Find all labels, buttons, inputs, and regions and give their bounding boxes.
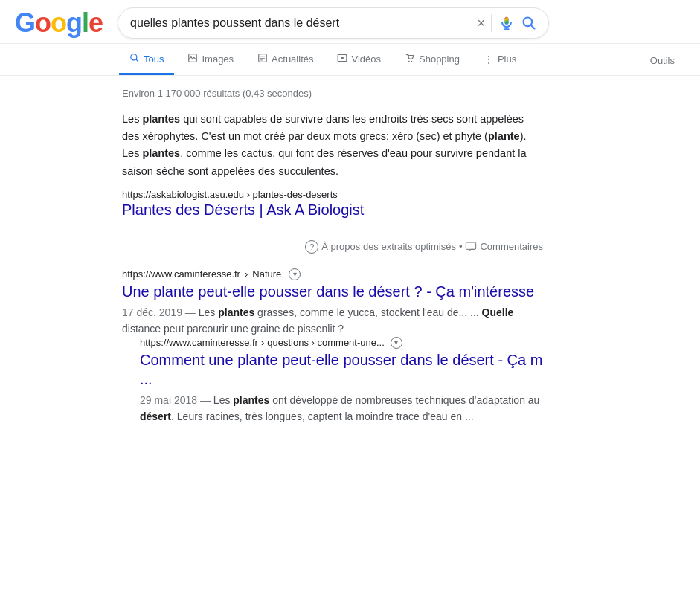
shopping-nav-icon: [405, 53, 415, 65]
sub-result-item-1a: https://www.caminteresse.fr › questions …: [140, 337, 543, 425]
comments-section[interactable]: Commentaires: [465, 241, 543, 253]
svg-rect-13: [259, 54, 267, 62]
nav-label-plus: Plus: [498, 54, 516, 65]
svg-point-19: [408, 61, 410, 62]
svg-line-10: [136, 59, 138, 62]
result-title-link-1[interactable]: Une plante peut-elle pousser dans le dés…: [122, 283, 534, 300]
nav-item-actualites[interactable]: Actualités: [247, 44, 324, 75]
nav-item-shopping[interactable]: Shopping: [394, 44, 470, 75]
logo-text: Google: [15, 10, 103, 36]
nav-label-actualites: Actualités: [272, 54, 313, 65]
nav-item-plus[interactable]: ⋮ Plus: [473, 45, 527, 75]
nav-item-images[interactable]: Images: [177, 44, 244, 75]
tools-button[interactable]: Outils: [640, 46, 685, 74]
search-button[interactable]: [521, 16, 536, 30]
snippet-footer-info: ? À propos des extraits optimisés • Comm…: [305, 240, 543, 254]
sub-result-title-link-1a[interactable]: Comment une plante peut-elle pousser dan…: [140, 352, 542, 387]
result-url-line-1: https://www.caminteresse.fr › Nature ▾: [122, 268, 543, 280]
actualites-nav-icon: [257, 53, 268, 65]
featured-snippet: Les plantes qui sont capables de survivr…: [122, 111, 543, 219]
nav-label-tous: Tous: [144, 54, 164, 65]
result-snippet-1: 17 déc. 2019 — Les plantes grasses, comm…: [122, 304, 543, 337]
header: Google quelles plantes poussent dans le …: [0, 0, 700, 44]
result-url-arrow-1[interactable]: ▾: [289, 268, 301, 280]
about-icon[interactable]: ?: [305, 240, 318, 254]
svg-marker-18: [341, 57, 344, 60]
nav-label-shopping: Shopping: [419, 54, 460, 65]
search-icons: ×: [478, 14, 537, 32]
sub-result-date-1a: 29 mai 2018 —: [140, 394, 211, 406]
search-bar[interactable]: quelles plantes poussent dans le désert …: [118, 7, 549, 39]
result-date-1: 17 déc. 2019 —: [122, 306, 196, 318]
sub-result-title-1a: Comment une plante peut-elle pousser dan…: [140, 350, 543, 389]
images-nav-icon: [187, 53, 198, 65]
snippet-footer: ? À propos des extraits optimisés • Comm…: [122, 231, 543, 254]
more-nav-icon: ⋮: [484, 54, 494, 65]
result-title-1: Une plante peut-elle pousser dans le dés…: [122, 282, 543, 301]
google-logo: Google: [15, 10, 103, 36]
sub-result-breadcrumb-1a: questions › comment-une...: [267, 337, 385, 348]
videos-nav-icon: [337, 53, 347, 65]
snippet-source-url: https://askabiologist.asu.edu › plantes-…: [122, 189, 543, 200]
svg-point-20: [411, 61, 412, 62]
sub-result-sep-1a: ›: [261, 337, 264, 348]
nav-label-images: Images: [202, 54, 234, 65]
nav-label-videos: Vidéos: [351, 54, 381, 65]
svg-rect-21: [466, 242, 476, 249]
sub-result-snippet-1a: 29 mai 2018 — Les plantes ont développé …: [140, 392, 543, 425]
svg-rect-4: [505, 17, 509, 25]
results-area: Environ 1 170 000 résultats (0,43 second…: [0, 76, 558, 454]
nav-item-videos[interactable]: Vidéos: [327, 44, 391, 75]
svg-line-8: [531, 25, 535, 29]
nav-item-tous[interactable]: Tous: [119, 44, 174, 75]
sub-result-arrow-1a[interactable]: ▾: [391, 337, 402, 349]
sub-result-url-line-1a: https://www.caminteresse.fr › questions …: [140, 337, 543, 349]
result-breadcrumb-1: Nature: [252, 268, 281, 280]
result-url-domain-1: https://www.caminteresse.fr: [122, 268, 240, 280]
snippet-text: Les plantes qui sont capables de survivr…: [122, 111, 543, 180]
clear-icon[interactable]: ×: [478, 16, 486, 31]
nav-bar: Tous Images Actualités: [0, 44, 700, 76]
results-stats: Environ 1 170 000 résultats (0,43 second…: [122, 88, 543, 99]
mic-icon[interactable]: [498, 14, 516, 32]
search-input[interactable]: quelles plantes poussent dans le désert: [130, 16, 471, 30]
about-extracts-label: À propos des extraits optimisés: [321, 241, 456, 252]
comments-label: Commentaires: [480, 241, 543, 252]
snippet-title-link[interactable]: Plantes des Déserts | Ask A Biologist: [122, 202, 364, 218]
snippet-source-url-link[interactable]: https://askabiologist.asu.edu › plantes-…: [122, 189, 338, 200]
result-breadcrumb-sep-1: ›: [245, 268, 248, 280]
snippet-title: Plantes des Déserts | Ask A Biologist: [122, 202, 543, 219]
sub-result-domain-1a: https://www.caminteresse.fr: [140, 337, 258, 348]
result-item-1: https://www.caminteresse.fr › Nature ▾ U…: [122, 268, 543, 425]
search-nav-icon: [129, 53, 140, 65]
search-divider: [491, 14, 492, 32]
